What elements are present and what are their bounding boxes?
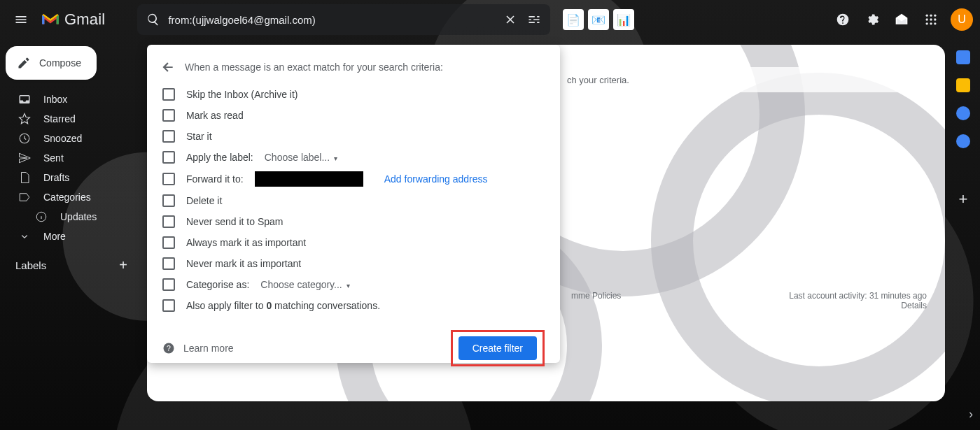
draft-icon bbox=[18, 171, 31, 184]
sidebar-item-more[interactable]: More bbox=[0, 227, 140, 246]
checkbox-apply-label[interactable] bbox=[162, 151, 175, 164]
add-label-button[interactable]: + bbox=[119, 257, 127, 273]
send-icon bbox=[18, 152, 31, 164]
label-never-spam: Never send it to Spam bbox=[186, 216, 284, 227]
ext-app-3[interactable]: 📊 bbox=[613, 9, 634, 30]
popover-header: When a message is an exact match for you… bbox=[150, 56, 557, 84]
label-categorise: Categorise as: bbox=[186, 279, 249, 290]
learn-more-link[interactable]: ? Learn more bbox=[162, 342, 234, 354]
checkbox-mark-read[interactable] bbox=[162, 109, 175, 122]
clock-icon bbox=[18, 132, 31, 145]
sidebar-item-label: Updates bbox=[60, 211, 97, 222]
sidebar-item-label: Snoozed bbox=[43, 133, 82, 144]
info-icon bbox=[35, 210, 48, 223]
checkbox-star-it[interactable] bbox=[162, 130, 175, 143]
clear-search-button[interactable] bbox=[498, 8, 522, 31]
pencil-icon bbox=[17, 56, 31, 70]
svg-point-4 bbox=[930, 18, 932, 20]
search-options-button[interactable] bbox=[522, 8, 546, 31]
search-button[interactable] bbox=[141, 8, 165, 31]
sidebar-item-categories[interactable]: Categories bbox=[0, 187, 140, 207]
get-addons-button[interactable]: + bbox=[959, 190, 968, 208]
close-icon bbox=[503, 13, 517, 27]
checkbox-forward[interactable] bbox=[162, 173, 175, 185]
create-filter-highlight: Create filter bbox=[451, 330, 545, 366]
opt-forward-to[interactable]: Forward it to: Add forwarding address bbox=[150, 168, 557, 190]
gmail-logo[interactable]: Gmail bbox=[41, 10, 105, 29]
sidebar-item-label: Sent bbox=[43, 152, 64, 164]
sidebar-item-label: Inbox bbox=[43, 94, 67, 105]
add-forwarding-address-link[interactable]: Add forwarding address bbox=[384, 173, 488, 185]
account-avatar[interactable]: U bbox=[951, 8, 973, 31]
inbox-icon bbox=[18, 93, 31, 106]
google-apps-button[interactable] bbox=[917, 6, 945, 34]
opt-skip-inbox[interactable]: Skip the Inbox (Archive it) bbox=[150, 84, 557, 105]
back-arrow-icon[interactable] bbox=[161, 60, 175, 74]
label-icon bbox=[18, 191, 31, 203]
opt-never-important[interactable]: Never mark it as important bbox=[150, 253, 557, 274]
sidebar-item-snoozed[interactable]: Snoozed bbox=[0, 129, 140, 148]
sidebar-item-inbox[interactable]: Inbox bbox=[0, 89, 140, 109]
svg-point-6 bbox=[926, 22, 928, 24]
tasks-app-icon[interactable] bbox=[956, 106, 970, 120]
search-input[interactable] bbox=[165, 14, 498, 26]
checkbox-never-important[interactable] bbox=[162, 257, 175, 270]
choose-label-dropdown[interactable]: Choose label... bbox=[265, 152, 350, 163]
opt-categorise-as[interactable]: Categorise as: Choose category... bbox=[150, 274, 557, 295]
checkbox-skip-inbox[interactable] bbox=[162, 88, 175, 101]
labels-heading-row: Labels + bbox=[0, 246, 140, 278]
sidebar-item-starred[interactable]: Starred bbox=[0, 109, 140, 129]
opt-apply-label[interactable]: Apply the label: Choose label... bbox=[150, 147, 557, 168]
checkbox-never-spam[interactable] bbox=[162, 215, 175, 228]
label-skip-inbox: Skip the Inbox (Archive it) bbox=[186, 89, 298, 100]
forward-address-redacted bbox=[255, 171, 363, 187]
checkbox-categorise[interactable] bbox=[162, 278, 175, 291]
checkbox-delete[interactable] bbox=[162, 194, 175, 207]
calendar-app-icon[interactable] bbox=[956, 50, 970, 64]
main-menu-button[interactable] bbox=[7, 6, 35, 34]
label-apply-label: Apply the label: bbox=[186, 152, 253, 163]
right-side-panel: + bbox=[946, 45, 980, 430]
gmail-m-icon bbox=[41, 12, 60, 27]
top-bar: Gmail 📄 📧 📊 U bbox=[0, 0, 980, 39]
create-filter-button[interactable]: Create filter bbox=[458, 336, 537, 360]
checkbox-always-important[interactable] bbox=[162, 236, 175, 249]
opt-also-apply[interactable]: Also apply filter to 0 matching conversa… bbox=[150, 295, 557, 316]
keep-app-icon[interactable] bbox=[956, 78, 970, 92]
opt-star-it[interactable]: Star it bbox=[150, 126, 557, 147]
support-button[interactable] bbox=[829, 6, 857, 34]
compose-button[interactable]: Compose bbox=[6, 46, 97, 80]
popover-title: When a message is an exact match for you… bbox=[185, 62, 443, 73]
ext-app-1[interactable]: 📄 bbox=[563, 9, 584, 30]
checkbox-also-apply[interactable] bbox=[162, 299, 175, 312]
ext-app-2[interactable]: 📧 bbox=[588, 9, 609, 30]
label-forward: Forward it to: bbox=[186, 173, 244, 185]
sidebar-item-sent[interactable]: Sent bbox=[0, 148, 140, 168]
popover-footer: ? Learn more Create filter bbox=[150, 316, 557, 369]
star-icon bbox=[18, 113, 31, 125]
mail-open-icon bbox=[895, 13, 909, 27]
label-also-apply: Also apply filter to 0 matching conversa… bbox=[186, 300, 380, 311]
opt-always-important[interactable]: Always mark it as important bbox=[150, 232, 557, 253]
sidebar-item-drafts[interactable]: Drafts bbox=[0, 168, 140, 187]
opt-delete-it[interactable]: Delete it bbox=[150, 190, 557, 211]
opt-never-spam[interactable]: Never send it to Spam bbox=[150, 211, 557, 232]
sidebar-item-updates[interactable]: Updates bbox=[0, 207, 140, 227]
opt-mark-read[interactable]: Mark as read bbox=[150, 105, 557, 126]
settings-button[interactable] bbox=[858, 6, 886, 34]
label-never-important: Never mark it as important bbox=[186, 258, 301, 269]
create-filter-popover: When a message is an exact match for you… bbox=[147, 45, 560, 363]
svg-point-5 bbox=[934, 18, 936, 20]
search-bar[interactable] bbox=[137, 4, 550, 35]
expand-icon bbox=[18, 230, 31, 243]
svg-point-2 bbox=[934, 15, 936, 17]
footer-details-link[interactable]: Details bbox=[789, 301, 927, 310]
svg-point-1 bbox=[930, 15, 932, 17]
hide-side-panel-button[interactable]: › bbox=[969, 407, 973, 422]
open-mail-button[interactable] bbox=[888, 6, 916, 34]
svg-point-7 bbox=[930, 22, 932, 24]
footer-policies[interactable]: mme Policies bbox=[571, 291, 621, 310]
choose-category-dropdown[interactable]: Choose category... bbox=[260, 279, 362, 290]
contacts-app-icon[interactable] bbox=[956, 134, 970, 148]
gmail-logo-text: Gmail bbox=[64, 10, 105, 29]
